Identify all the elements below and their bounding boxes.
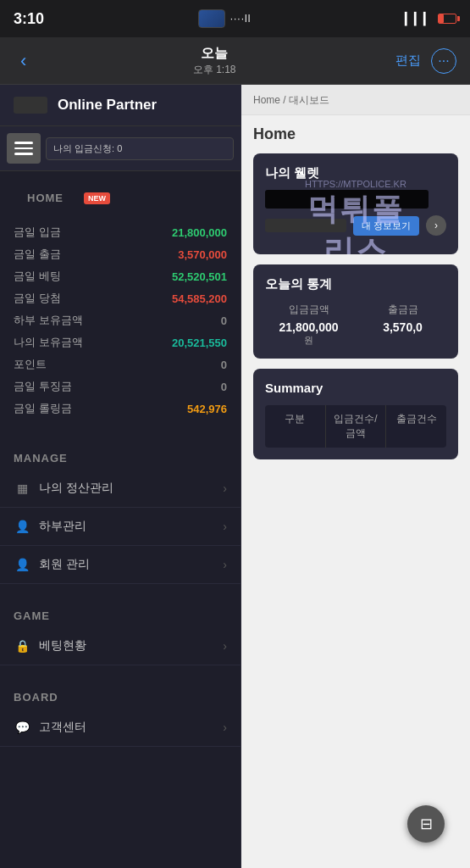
app-icon: [198, 9, 225, 28]
top-controls: 나의 입금신청: 0: [0, 126, 241, 171]
menu-item-left: 🔒 베팅현황: [14, 637, 86, 654]
wallet-card: 나의 웰렛 내 정보보기 › HTTPS://MTPOLICE.KR 먹튀폴리스: [253, 153, 458, 254]
floating-button[interactable]: ⊟: [407, 805, 445, 843]
summary-title: Summary: [265, 381, 446, 395]
stat-row: 금일 투징금 0: [14, 376, 227, 398]
stats-col-withdraw: 출금금 3,570,0: [359, 303, 446, 347]
status-signal: ····ll: [230, 13, 252, 25]
support-icon: 💬: [14, 719, 30, 736]
menu-item-betting[interactable]: 🔒 베팅현황 ›: [0, 627, 241, 665]
hamburger-line-3: [14, 153, 33, 155]
stat-row: 금일 출금 3,570,000: [14, 243, 227, 265]
nav-right: 편집 ···: [395, 48, 456, 74]
menu-item-left: ▦ 나의 정산관리: [14, 480, 113, 497]
stats-grid: 금일 입금 21,800,000 금일 출금 3,570,000 금일 베팅 5…: [0, 214, 241, 426]
withdraw-label: 출금금: [359, 303, 446, 317]
menu-item-settlement[interactable]: ▦ 나의 정산관리 ›: [0, 470, 241, 508]
withdraw-value: 3,570,0: [359, 320, 446, 334]
manage-section-title: MANAGE: [0, 447, 241, 470]
summary-th-2: 출금건수: [386, 405, 446, 448]
scribble-overlay: [265, 190, 429, 209]
stats-cols: 입금금액 21,800,000 원 출금금 3,570,0: [265, 303, 446, 347]
settlement-arrow: ›: [223, 481, 227, 495]
stat-row: 나의 보유금액 20,521,550: [14, 331, 227, 353]
edit-button[interactable]: 편집: [395, 53, 421, 69]
home-content: Home 나의 웰렛 내 정보보기 › HTTPS://MTPOLICE.KR …: [241, 115, 470, 480]
menu-item-sub-manage[interactable]: 👤 하부관리 ›: [0, 508, 241, 546]
menu-item-left: 👤 하부관리: [14, 518, 86, 535]
stats-col-deposit: 입금금액 21,800,000 원: [265, 303, 352, 347]
stat-value-5: 20,521,550: [172, 337, 227, 349]
partner-avatar: [14, 97, 47, 114]
sub-manage-label: 하부관리: [39, 519, 86, 534]
menu-item-left: 👤 회원 관리: [14, 556, 90, 573]
right-panel: Home / 대시보드 Home 나의 웰렛 내 정보보기 › HTTPS://…: [241, 85, 470, 868]
stat-value-4: 0: [221, 314, 227, 327]
betting-arrow: ›: [223, 639, 227, 653]
stat-value-1: 3,570,000: [178, 248, 227, 261]
nav-center: 오늘 오후 1:18: [193, 45, 236, 77]
sub-manage-arrow: ›: [223, 520, 227, 533]
more-button[interactable]: ···: [431, 48, 456, 74]
board-section: BOARD 💬 고객센터 ›: [0, 676, 241, 757]
wallet-view-btn[interactable]: 내 정보보기: [353, 216, 419, 236]
menu-item-support[interactable]: 💬 고객센터 ›: [0, 709, 241, 747]
sub-manage-icon: 👤: [14, 518, 30, 535]
stat-row: 금일 베팅 52,520,501: [14, 265, 227, 287]
home-title: Home: [253, 125, 458, 143]
member-arrow: ›: [223, 558, 227, 571]
deposit-label: 입금금액: [265, 303, 352, 317]
wallet-card-title: 나의 웰렛: [265, 165, 446, 181]
game-section-title: GAME: [0, 604, 241, 627]
new-badge: NEW: [84, 192, 110, 204]
summary-section: Summary 구분 입금건수/금액 출금건수: [253, 369, 458, 459]
stat-value-7: 0: [221, 381, 227, 393]
breadcrumb: Home / 대시보드: [253, 94, 329, 106]
summary-th-0: 구분: [265, 405, 326, 448]
stat-value-0: 21,800,000: [172, 226, 227, 239]
today-stats-section: 오늘의 통계 입금금액 21,800,000 원 출금금 3,570,0: [253, 264, 458, 359]
menu-item-left: 💬 고객센터: [14, 719, 86, 736]
deposit-unit: 원: [265, 334, 352, 347]
menu-item-member[interactable]: 👤 회원 관리 ›: [0, 546, 241, 584]
nav-bar: ‹ 오늘 오후 1:18 편집 ···: [0, 37, 470, 85]
stat-row: 포인트 0: [14, 353, 227, 376]
stat-value-6: 0: [221, 359, 227, 371]
stat-row: 금일 당첨 54,585,200: [14, 287, 227, 309]
stat-label-8: 금일 롤링금: [14, 401, 72, 416]
main-container: Online Partner 나의 입금신청: 0 HOME NEW 금일 입금…: [0, 85, 470, 868]
stat-label-4: 하부 보유금액: [14, 313, 83, 328]
home-section: HOME NEW 금일 입금 21,800,000 금일 출금 3,570,00…: [0, 171, 241, 437]
status-right: ▎▎▎: [405, 12, 456, 25]
stat-label-2: 금일 베팅: [14, 269, 61, 284]
settlement-icon: ▦: [14, 480, 30, 497]
stat-value-3: 54,585,200: [172, 292, 227, 305]
stat-label-1: 금일 출금: [14, 247, 61, 262]
signal-bars: ▎▎▎: [405, 12, 433, 25]
stat-label-5: 나의 보유금액: [14, 335, 83, 350]
member-label: 회원 관리: [39, 557, 90, 572]
betting-icon: 🔒: [14, 637, 30, 654]
stat-label-0: 금일 입금: [14, 225, 61, 240]
partner-title: Online Partner: [58, 97, 157, 114]
sidebar: Online Partner 나의 입금신청: 0 HOME NEW 금일 입금…: [0, 85, 241, 868]
back-button[interactable]: ‹: [14, 47, 33, 75]
member-icon: 👤: [14, 556, 30, 573]
deposit-value: 21,800,000: [265, 320, 352, 334]
more-icon: ···: [438, 53, 449, 69]
battery-fill: [439, 14, 444, 23]
summary-th-1: 입금건수/금액: [326, 405, 387, 448]
deposit-badge[interactable]: 나의 입금신청: 0: [46, 137, 234, 160]
stat-value-8: 542,976: [187, 403, 227, 415]
partner-header: Online Partner: [0, 85, 241, 126]
stat-value-2: 52,520,501: [172, 270, 227, 283]
hamburger-line-1: [14, 142, 33, 144]
breadcrumb-bar: Home / 대시보드: [241, 85, 470, 115]
manage-section: MANAGE ▦ 나의 정산관리 › 👤 하부관리 › 👤 회원 관리: [0, 437, 241, 594]
stat-label-6: 포인트: [14, 357, 47, 372]
stat-row: 금일 롤링금 542,976: [14, 398, 227, 420]
hamburger-button[interactable]: [7, 133, 41, 164]
stat-row: 하부 보유금액 0: [14, 309, 227, 331]
betting-label: 베팅현황: [39, 638, 86, 654]
hamburger-line-2: [14, 147, 33, 150]
